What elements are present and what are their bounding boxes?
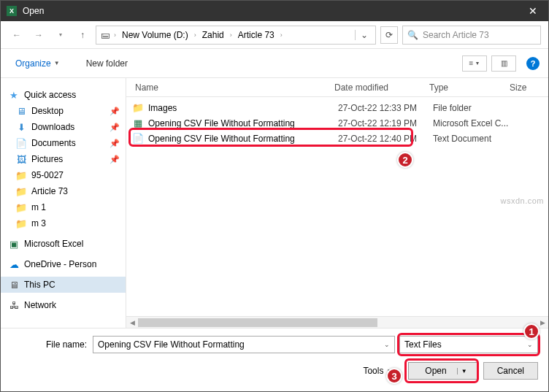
- scroll-right-button[interactable]: ▶: [537, 319, 548, 326]
- chevron-down-icon: ▼: [54, 60, 60, 66]
- sidebar-item-pictures[interactable]: 🖼Pictures📌: [1, 151, 126, 167]
- scroll-left-button[interactable]: ◀: [126, 319, 138, 326]
- new-folder-button[interactable]: New folder: [80, 55, 134, 72]
- sidebar-label: Pictures: [31, 154, 63, 164]
- pin-icon: 📌: [110, 155, 120, 164]
- file-name: Images: [148, 103, 338, 113]
- annotation-badge-2: 2: [397, 152, 413, 168]
- sidebar-item-folder[interactable]: 📁95-0027: [1, 167, 126, 183]
- title-bar: X Open ✕: [1, 1, 548, 21]
- open-dropdown-button[interactable]: ▼: [457, 368, 471, 374]
- file-row-excel[interactable]: ▦ Opening CSV File Without Formatting 27…: [126, 115, 548, 131]
- star-icon: ★: [8, 89, 20, 101]
- pc-icon: 🖥: [8, 279, 20, 291]
- address-bar: ← → ▾ ↑ 🖴 › New Volume (D:) › Zahid › Ar…: [1, 21, 548, 49]
- refresh-button[interactable]: ⟳: [380, 26, 398, 44]
- new-folder-label: New folder: [86, 58, 128, 69]
- excel-icon: X: [7, 6, 17, 16]
- folder-icon: 📁: [15, 185, 27, 197]
- file-row-folder[interactable]: 📁 Images 27-Oct-22 12:33 PM File folder: [126, 100, 548, 115]
- file-type: Text Document: [433, 134, 521, 144]
- main-area: ★ Quick access 🖥Desktop📌 ⬇Downloads📌 📄Do…: [1, 78, 548, 328]
- open-label: Open: [425, 366, 446, 376]
- sidebar-item-folder[interactable]: 📁Article 73: [1, 183, 126, 199]
- column-size[interactable]: Size: [510, 82, 539, 93]
- sidebar-label: Article 73: [31, 186, 68, 196]
- tools-label: Tools: [363, 366, 383, 376]
- nav-forward-button[interactable]: →: [30, 26, 47, 44]
- scroll-thumb[interactable]: [138, 318, 377, 327]
- excel-file-icon: ▦: [132, 118, 144, 129]
- search-input[interactable]: 🔍 Search Article 73: [402, 26, 541, 45]
- file-type-filter[interactable]: Text Files ⌄: [399, 336, 538, 353]
- folder-icon: 📁: [15, 201, 27, 213]
- filename-input[interactable]: Opening CSV File Without Formatting ⌄: [93, 336, 395, 353]
- sidebar-label: Microsoft Excel: [24, 239, 83, 249]
- file-date: 27-Oct-22 12:19 PM: [338, 118, 433, 128]
- close-button[interactable]: ✕: [518, 5, 548, 17]
- file-row-text[interactable]: 📄 Opening CSV File Without Formatting 27…: [126, 131, 548, 146]
- chevron-down-icon[interactable]: ⌄: [384, 341, 390, 348]
- chevron-down-icon: ▼: [386, 368, 392, 374]
- drive-icon: 🖴: [99, 29, 111, 41]
- toolbar: Organize ▼ New folder ≡▼ ▥ ?: [1, 49, 548, 78]
- chevron-down-icon: ⌄: [527, 341, 533, 348]
- chevron-right-icon: ›: [229, 31, 234, 39]
- column-date[interactable]: Date modified: [334, 82, 429, 93]
- sidebar-item-folder[interactable]: 📁m 3: [1, 215, 126, 231]
- network-icon: 🖧: [8, 299, 20, 311]
- tools-menu[interactable]: Tools ▼: [363, 366, 392, 376]
- sidebar-this-pc[interactable]: 🖥This PC: [1, 277, 126, 293]
- horizontal-scrollbar[interactable]: ◀ ▶: [126, 316, 548, 328]
- folder-icon: 📁: [15, 218, 27, 229]
- search-icon: 🔍: [407, 30, 418, 40]
- sidebar-network[interactable]: 🖧Network: [1, 297, 126, 313]
- text-file-icon: 📄: [132, 133, 144, 145]
- pictures-icon: 🖼: [15, 153, 27, 165]
- sidebar-item-downloads[interactable]: ⬇Downloads📌: [1, 119, 126, 135]
- breadcrumb-dropdown[interactable]: ⌄: [355, 30, 372, 40]
- sidebar-microsoft-excel[interactable]: ▣Microsoft Excel: [1, 236, 126, 252]
- breadcrumb-item[interactable]: Zahid: [199, 28, 227, 42]
- excel-icon: ▣: [8, 238, 20, 250]
- sidebar-item-desktop[interactable]: 🖥Desktop📌: [1, 103, 126, 119]
- breadcrumb[interactable]: 🖴 › New Volume (D:) › Zahid › Article 73…: [96, 26, 376, 45]
- nav-back-button[interactable]: ←: [8, 26, 26, 44]
- sidebar-label: Downloads: [31, 122, 74, 132]
- sidebar-item-documents[interactable]: 📄Documents📌: [1, 135, 126, 151]
- desktop-icon: 🖥: [15, 105, 27, 117]
- preview-pane-button[interactable]: ▥: [491, 55, 516, 72]
- nav-recent-dropdown[interactable]: ▾: [52, 26, 69, 44]
- chevron-right-icon: ›: [193, 31, 198, 39]
- file-date: 27-Oct-22 12:40 PM: [338, 134, 433, 144]
- filename-label: File name:: [11, 339, 93, 350]
- cancel-button[interactable]: Cancel: [483, 362, 538, 380]
- pin-icon: 📌: [110, 139, 120, 148]
- sidebar-label: 95-0027: [31, 170, 64, 180]
- column-type[interactable]: Type: [429, 82, 510, 93]
- open-button[interactable]: Open ▼: [408, 362, 477, 380]
- cancel-label: Cancel: [497, 366, 524, 376]
- watermark: wsxdn.com: [500, 196, 544, 205]
- nav-up-button[interactable]: ↑: [74, 26, 91, 44]
- documents-icon: 📄: [15, 137, 27, 149]
- breadcrumb-item[interactable]: New Volume (D:): [119, 28, 191, 42]
- folder-icon: 📁: [15, 169, 27, 181]
- view-mode-button[interactable]: ≡▼: [462, 55, 487, 72]
- organize-menu[interactable]: Organize ▼: [9, 55, 66, 72]
- file-name: Opening CSV File Without Formatting: [148, 118, 338, 128]
- column-name[interactable]: Name: [126, 82, 334, 93]
- scroll-track[interactable]: [138, 318, 537, 327]
- help-button[interactable]: ?: [526, 57, 540, 70]
- sidebar-item-folder[interactable]: 📁m 1: [1, 199, 126, 215]
- footer: File name: Opening CSV File Without Form…: [1, 328, 548, 388]
- sidebar: ★ Quick access 🖥Desktop📌 ⬇Downloads📌 📄Do…: [1, 78, 126, 328]
- file-type: Microsoft Excel C...: [433, 118, 521, 128]
- sidebar-onedrive[interactable]: ☁OneDrive - Person: [1, 256, 126, 272]
- filename-value: Opening CSV File Without Formatting: [98, 339, 245, 350]
- filter-value: Text Files: [404, 339, 442, 350]
- downloads-icon: ⬇: [15, 121, 27, 133]
- pin-icon: 📌: [110, 123, 120, 132]
- breadcrumb-item[interactable]: Article 73: [235, 28, 277, 42]
- sidebar-quick-access[interactable]: ★ Quick access: [1, 87, 126, 103]
